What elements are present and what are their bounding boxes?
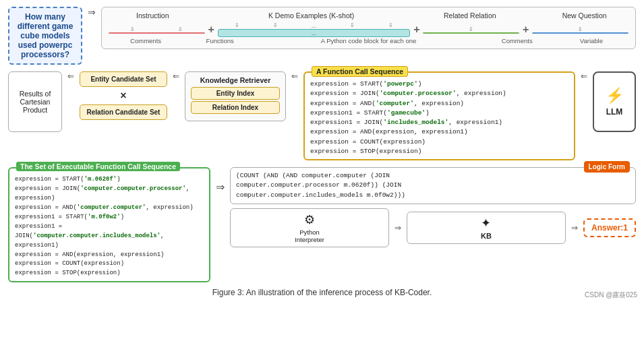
fcs-line-4: expression1 = START('gamecube') [310, 109, 568, 118]
newq-bar [532, 32, 628, 34]
times-symbol: × [120, 90, 126, 102]
executable-box: The Set of Executable Function Call Sequ… [8, 167, 210, 282]
exec-to-logic-arrow: ⇒ [216, 181, 225, 193]
question-text: How many different game cube models used… [15, 12, 76, 59]
exec-line-6: expression = AND(expression, expression1… [15, 251, 204, 260]
kb-icon: ✦ [481, 216, 491, 230]
related-bar [423, 32, 519, 34]
exec-line-7: expression = COUNT(expression) [15, 259, 204, 269]
footer-comments1: Comments [109, 37, 183, 44]
answer-box: Answer:1 [583, 218, 636, 237]
caption-credit: CSDN @露葵025 [585, 290, 637, 300]
fcs-line-6: expression = AND(expression, expression1… [310, 127, 568, 137]
kb-box: ✦ KB [407, 212, 566, 244]
kdemo-bar-wrapper: ⇩ ⇩ ... ⇩ ⇩ ... [218, 22, 410, 37]
interpreters-row: ⚙ PythonInterpreter ⇒ ✦ KB ⇒ Answer:1 [230, 208, 636, 247]
candidate-sets-section: Entity Candidate Set × Relation Candidat… [80, 71, 167, 120]
exec-line-5: expression1 = JOIN('computer.computer.in… [15, 222, 204, 251]
fcs-line-5: expression1 = JOIN('includes_models', ex… [310, 118, 568, 127]
fcs-line-7: expression = COUNT(expression) [310, 137, 568, 147]
fcs-hl-2: 'computer.processor' [380, 90, 457, 97]
fcs-to-llm-arrow: ⇐ [581, 71, 587, 81]
relation-candidate-label: Relation Candidate Set [87, 109, 160, 116]
prompt-label-newq: New Question [540, 11, 628, 20]
kr-to-fcs-arrow: ⇐ [291, 71, 298, 81]
newq-bar-wrapper: ⇩ [532, 26, 628, 34]
prompt-label-related: Related Relation [426, 11, 514, 20]
kb-label: KB [481, 232, 492, 240]
python-interpreter-label: PythonInterpreter [295, 228, 324, 243]
function-call-title: A Function Call Sequence [312, 66, 408, 77]
candidate-to-kr-arrow: ⇐ [173, 71, 179, 81]
function-call-code: expression = START('powerpc') expression… [310, 80, 568, 156]
logic-form-box: Logic Form (COUNT (AND (AND computer.com… [230, 167, 636, 204]
plus2: + [413, 24, 419, 36]
newq-down-arrows: ⇩ [532, 26, 628, 32]
python-interpreter-box: ⚙ PythonInterpreter [230, 208, 389, 247]
exec-line-4: expression1 = START('m.0f0w2') [15, 213, 204, 222]
exec-hl-1: 'm.0620f' [84, 176, 117, 183]
logic-form-text: (COUNT (AND (AND computer.computer (JOIN… [236, 171, 630, 200]
related-bar-wrapper: ⇩ [423, 26, 519, 34]
bottom-section: The Set of Executable Function Call Sequ… [8, 167, 636, 282]
prompt-label-instruction: Instruction [109, 11, 197, 20]
arrow8: ⇩ [578, 26, 583, 32]
exec-line-1: expression = START('m.0620f') [15, 175, 204, 185]
executable-code: expression = START('m.0620f') expression… [15, 175, 204, 278]
executable-title: The Set of Executable Function Call Sequ… [16, 162, 180, 171]
function-call-box: A Function Call Sequence expression = ST… [303, 71, 575, 160]
fcs-hl-5: 'includes_models' [383, 119, 448, 126]
prompt-bars-row: ⇩ ⇩ + ⇩ ⇩ ... ⇩ ⇩ ... [109, 22, 628, 37]
arrow7: ⇩ [469, 26, 473, 32]
arrow1: ⇩ [130, 26, 135, 32]
footer-functions: Functions [183, 37, 257, 44]
prompt-header: Instruction K Demo Examples (K-shot) Rel… [109, 11, 628, 20]
llm-label: LLM [606, 107, 623, 117]
exec-hl-3: 'computer.computer' [77, 204, 146, 211]
prompt-box: Instruction K Demo Examples (K-shot) Rel… [101, 7, 636, 49]
exec-hl-4: 'm.0f0w2' [88, 214, 121, 220]
results-to-candidate-arrow: ⇐ [67, 71, 74, 81]
arrow6: ⇩ [388, 22, 393, 29]
question-to-prompt-arrow: ⇒ [88, 7, 96, 18]
knowledge-retriever-box: Knowledge Retriever Entity Index Relatio… [185, 71, 286, 121]
arrow5: ⇩ [350, 22, 355, 29]
footer-python: A Python code block for each one [257, 37, 479, 44]
relation-index-label: Relation Index [212, 104, 258, 111]
caption: Figure 3: An illustration of the inferen… [8, 288, 636, 297]
relation-candidate-box: Relation Candidate Set [80, 104, 167, 120]
prompt-footer: Comments Functions A Python code block f… [109, 37, 628, 44]
llm-box: ⚡ LLM [593, 71, 636, 132]
python-icon: ⚙ [304, 212, 315, 227]
instruction-bar [109, 32, 205, 34]
fcs-line-2: expression = JOIN('computer.processor', … [310, 89, 568, 98]
instruction-down-arrows: ⇩ ⇩ [109, 26, 205, 32]
logic-form-badge: Logic Form [584, 161, 630, 173]
instruction-bar-wrapper: ⇩ ⇩ [109, 26, 205, 34]
fcs-line-3: expression = AND('computer', expression) [310, 99, 568, 109]
plus3: + [523, 24, 529, 36]
exec-line-3: expression = AND('computer.computer', ex… [15, 204, 204, 213]
middle-section: Results of Cartesian Product ⇐ Entity Ca… [8, 71, 636, 160]
arrow2: ⇩ [178, 26, 183, 32]
footer-comments2: Comments [480, 37, 554, 44]
footer-variable: Variable [554, 37, 628, 44]
kdemo-bar: ... [218, 29, 410, 37]
kb-to-answer-arrow: ⇒ [571, 223, 578, 233]
top-section: How many different game cube models used… [8, 7, 636, 65]
plus1: + [208, 24, 214, 36]
caption-text: Figure 3: An illustration of the inferen… [212, 288, 432, 297]
fcs-line-8: expression = STOP(expression) [310, 147, 568, 156]
interp-to-kb-arrow: ⇒ [394, 223, 401, 233]
results-text: Results of Cartesian Product [13, 90, 57, 114]
fcs-hl-1: 'powerpc' [383, 80, 417, 88]
entity-candidate-label: Entity Candidate Set [90, 75, 156, 83]
entity-candidate-box: Entity Candidate Set [80, 71, 167, 87]
fcs-hl-3: 'computer' [376, 100, 414, 107]
entity-index-box: Entity Index [191, 87, 280, 100]
logic-form-section: Logic Form (COUNT (AND (AND computer.com… [230, 167, 636, 247]
related-down-arrows: ⇩ [423, 26, 519, 32]
main-container: How many different game cube models used… [0, 0, 644, 303]
prompt-label-kdemo: K Demo Examples (K-shot) [223, 11, 399, 20]
question-box: How many different game cube models used… [8, 7, 82, 65]
